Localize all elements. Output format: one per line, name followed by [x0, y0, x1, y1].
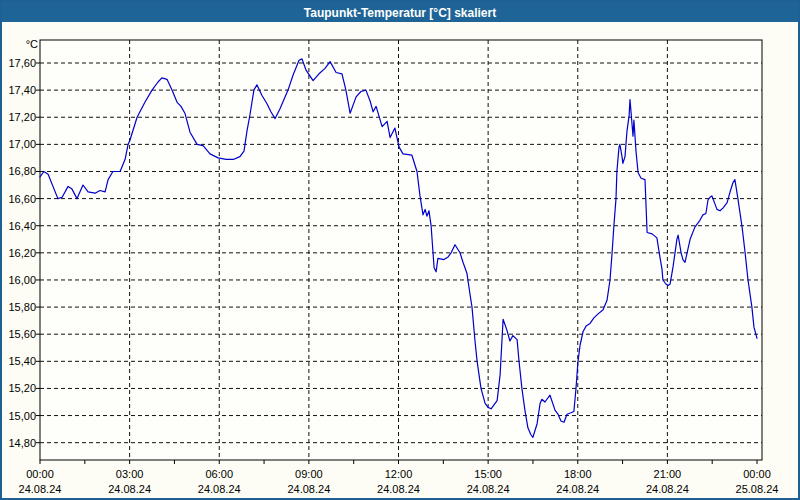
- x-axis-date-label: 24.08.24: [646, 483, 689, 495]
- y-axis-label: 17,00: [8, 138, 36, 150]
- chart: Taupunkt-Temperatur [°C] skaliert 17,601…: [2, 2, 798, 498]
- window-title: Taupunkt-Temperatur [°C] skaliert: [304, 6, 496, 20]
- app-window: Taupunkt-Temperatur [°C] skaliert 17,601…: [0, 0, 800, 500]
- y-axis-label: 16,40: [8, 220, 36, 232]
- x-axis-date-label: 24.08.24: [108, 483, 151, 495]
- y-axis-label: 16,00: [8, 274, 36, 286]
- y-axis-label: 17,40: [8, 84, 36, 96]
- x-axis-time-label: 09:00: [295, 468, 323, 480]
- y-axis-label: 16,60: [8, 193, 36, 205]
- x-axis-time-label: 15:00: [474, 468, 502, 480]
- y-axis-label: 17,20: [8, 111, 36, 123]
- y-axis-label: 15,80: [8, 301, 36, 313]
- y-axis-label: 14,80: [8, 437, 36, 449]
- x-axis-time-label: 06:00: [205, 468, 233, 480]
- x-axis-date-label: 24.08.24: [556, 483, 599, 495]
- x-axis-date-label: 24.08.24: [19, 483, 62, 495]
- x-axis-time-label: 12:00: [385, 468, 413, 480]
- y-axis-label: 15,00: [8, 410, 36, 422]
- y-axis-label: 16,20: [8, 247, 36, 259]
- x-axis-date-label: 25.08.24: [736, 483, 779, 495]
- x-axis-date-label: 24.08.24: [287, 483, 330, 495]
- x-axis-time-label: 03:00: [116, 468, 144, 480]
- y-axis-label: 15,40: [8, 355, 36, 367]
- y-axis-label: 15,20: [8, 382, 36, 394]
- x-axis-time-label: 18:00: [564, 468, 592, 480]
- y-axis-unit-label: °C: [26, 38, 38, 50]
- x-axis-date-label: 24.08.24: [198, 483, 241, 495]
- x-axis-date-label: 24.08.24: [467, 483, 510, 495]
- plot-area: [40, 40, 762, 460]
- x-axis-date-label: 24.08.24: [377, 483, 420, 495]
- y-axis-label: 15,60: [8, 328, 36, 340]
- x-axis-time-label: 00:00: [26, 468, 54, 480]
- x-axis-time-label: 00:00: [743, 468, 771, 480]
- y-axis-label: 17,60: [8, 57, 36, 69]
- y-axis-label: 16,80: [8, 165, 36, 177]
- x-axis-time-label: 21:00: [654, 468, 682, 480]
